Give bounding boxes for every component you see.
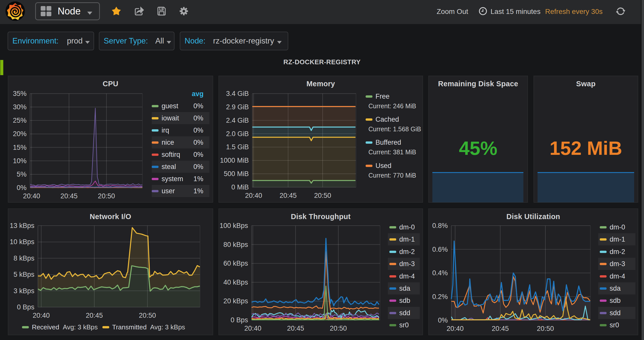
svg-text:2.4 GiB: 2.4 GiB <box>226 117 249 124</box>
svg-text:3 kBps: 3 kBps <box>13 287 34 295</box>
svg-text:0 MiB: 0 MiB <box>231 183 249 191</box>
svg-text:8 kBps: 8 kBps <box>13 254 34 262</box>
svg-text:40 kBps: 40 kBps <box>223 279 248 286</box>
svg-text:100 kBps: 100 kBps <box>219 222 248 229</box>
svg-text:20:45: 20:45 <box>60 192 78 200</box>
svg-text:20:40: 20:40 <box>447 325 464 332</box>
svg-text:3.4 GiB: 3.4 GiB <box>226 90 249 97</box>
svg-text:20:40: 20:40 <box>23 192 40 200</box>
svg-text:20:45: 20:45 <box>492 325 509 332</box>
svg-text:20:40: 20:40 <box>244 325 261 332</box>
svg-text:20:45: 20:45 <box>287 325 304 332</box>
svg-text:0.6%: 0.6% <box>432 246 448 253</box>
svg-text:1.5 GiB: 1.5 GiB <box>226 143 249 151</box>
svg-text:20:50: 20:50 <box>314 192 331 199</box>
svg-text:20:50: 20:50 <box>98 192 115 200</box>
svg-text:0.8%: 0.8% <box>432 222 448 229</box>
svg-text:60 kBps: 60 kBps <box>223 260 248 267</box>
svg-text:80 kBps: 80 kBps <box>223 241 248 248</box>
svg-text:20 kBps: 20 kBps <box>223 297 248 305</box>
svg-text:0.2%: 0.2% <box>432 293 448 301</box>
svg-text:10 kBps: 10 kBps <box>10 238 34 246</box>
svg-text:1000 MiB: 1000 MiB <box>220 157 249 164</box>
svg-text:5%: 5% <box>17 171 27 178</box>
svg-text:25%: 25% <box>13 117 27 124</box>
svg-text:2.0 GiB: 2.0 GiB <box>226 130 249 138</box>
svg-text:0%: 0% <box>438 316 448 324</box>
svg-text:0 Bps: 0 Bps <box>17 303 34 311</box>
svg-text:10%: 10% <box>13 157 27 165</box>
svg-text:5 kBps: 5 kBps <box>13 271 34 278</box>
svg-text:20:45: 20:45 <box>86 312 103 319</box>
svg-text:0%: 0% <box>17 184 27 192</box>
svg-text:15%: 15% <box>13 144 27 151</box>
svg-text:20:45: 20:45 <box>280 192 297 199</box>
svg-text:35%: 35% <box>13 90 27 97</box>
svg-text:20:50: 20:50 <box>139 312 156 319</box>
svg-text:13 kBps: 13 kBps <box>10 222 34 229</box>
svg-text:2.9 GiB: 2.9 GiB <box>226 103 249 111</box>
svg-text:20%: 20% <box>13 130 27 138</box>
svg-text:20:50: 20:50 <box>330 325 347 332</box>
svg-text:30%: 30% <box>13 103 27 111</box>
svg-text:0 Bps: 0 Bps <box>231 316 248 324</box>
svg-text:500 MiB: 500 MiB <box>224 170 249 178</box>
svg-text:20:40: 20:40 <box>245 192 262 199</box>
svg-text:0.4%: 0.4% <box>432 269 448 277</box>
svg-text:20:40: 20:40 <box>33 312 50 319</box>
svg-text:20:50: 20:50 <box>537 325 554 332</box>
